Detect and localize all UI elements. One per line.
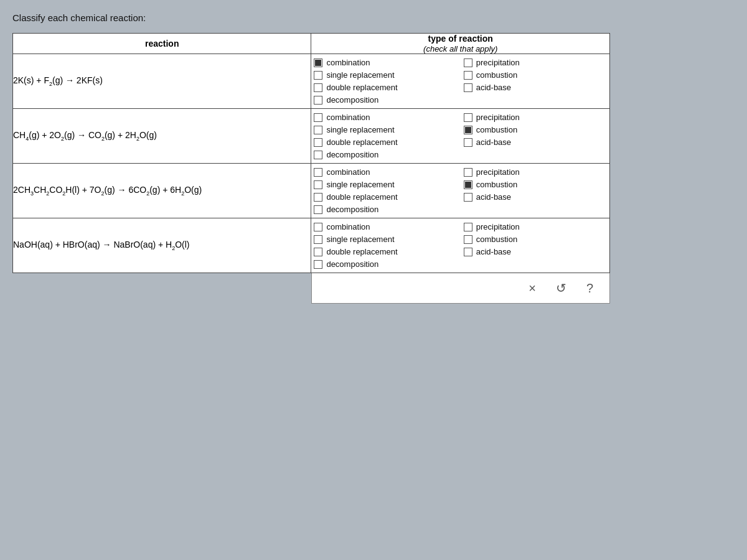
option-r2_acidbase[interactable]: acid-base — [464, 138, 607, 147]
option-r4_acidbase[interactable]: acid-base — [464, 247, 607, 256]
label-r3_precipitation: precipitation — [476, 167, 520, 177]
type-subtitle: (check all that apply) — [423, 44, 497, 54]
label-r4_single: single replacement — [326, 235, 394, 244]
checkbox-r2_decomposition[interactable] — [314, 151, 322, 159]
label-r4_combustion: combustion — [476, 235, 517, 244]
option-r4_decomposition[interactable]: decomposition — [314, 259, 457, 269]
option-r1_decomposition[interactable]: decomposition — [314, 95, 457, 105]
checkbox-r3_combination[interactable] — [314, 168, 322, 177]
reaction-formula-3: 2CH3CH2CO2H(l) + 7O2(g) → 6CO2(g) + 6H2O… — [13, 185, 202, 195]
checkbox-r1_combination[interactable] — [314, 58, 322, 67]
checkbox-r2_single[interactable] — [314, 126, 322, 134]
label-r2_single: single replacement — [326, 125, 394, 134]
options-cell-3: combinationprecipitationsingle replaceme… — [311, 164, 610, 218]
option-r4_combustion[interactable]: combustion — [464, 235, 607, 244]
reaction-cell-3: 2CH3CH2CO2H(l) + 7O2(g) → 6CO2(g) + 6H2O… — [13, 164, 311, 218]
option-r2_single[interactable]: single replacement — [314, 125, 457, 134]
checkbox-r1_combustion[interactable] — [464, 71, 472, 80]
option-r2_double[interactable]: double replacement — [314, 138, 457, 147]
checkbox-r3_double[interactable] — [314, 193, 322, 202]
reaction-formula-1: 2K(s) + F2(g) → 2KF(s) — [13, 75, 103, 85]
checkbox-r2_combustion[interactable] — [464, 126, 472, 134]
checkbox-r1_precipitation[interactable] — [464, 58, 472, 67]
checkbox-r4_single[interactable] — [314, 235, 322, 244]
label-r3_single: single replacement — [326, 180, 394, 189]
checkbox-r3_decomposition[interactable] — [314, 205, 322, 214]
option-r1_precipitation[interactable]: precipitation — [464, 58, 607, 67]
table-row: CH4(g) + 2O2(g) → CO2(g) + 2H2O(g)combin… — [13, 109, 610, 164]
option-r3_decomposition[interactable]: decomposition — [314, 205, 457, 214]
option-empty — [464, 259, 607, 269]
option-r3_double[interactable]: double replacement — [314, 192, 457, 202]
option-r1_combination[interactable]: combination — [314, 58, 457, 67]
option-r2_decomposition[interactable]: decomposition — [314, 150, 457, 159]
checkbox-r2_precipitation[interactable] — [464, 113, 472, 122]
checkbox-r3_acidbase[interactable] — [464, 193, 472, 202]
option-r3_single[interactable]: single replacement — [314, 180, 457, 189]
label-r3_combustion: combustion — [476, 180, 517, 189]
option-r3_acidbase[interactable]: acid-base — [464, 192, 607, 202]
option-r1_single[interactable]: single replacement — [314, 70, 457, 80]
label-r1_decomposition: decomposition — [326, 95, 378, 105]
label-r1_combination: combination — [326, 58, 370, 67]
checkbox-r4_acidbase[interactable] — [464, 248, 472, 256]
help-button[interactable]: ? — [583, 279, 597, 297]
type-column-header: type of reaction (check all that apply) — [311, 34, 610, 54]
checkbox-r4_precipitation[interactable] — [464, 223, 472, 231]
checkbox-r2_double[interactable] — [314, 138, 322, 147]
table-row: NaOH(aq) + HBrO(aq) → NaBrO(aq) + H2O(l)… — [13, 218, 610, 273]
label-r2_double: double replacement — [326, 138, 397, 147]
option-r3_precipitation[interactable]: precipitation — [464, 167, 607, 177]
option-r2_precipitation[interactable]: precipitation — [464, 113, 607, 122]
checkbox-r3_combustion[interactable] — [464, 180, 472, 189]
reactions-table: reaction type of reaction (check all tha… — [12, 33, 610, 273]
checkbox-r1_acidbase[interactable] — [464, 83, 472, 92]
option-r2_combination[interactable]: combination — [314, 113, 457, 122]
label-r3_combination: combination — [326, 167, 370, 177]
option-r4_combination[interactable]: combination — [314, 222, 457, 231]
label-r4_combination: combination — [326, 222, 370, 231]
close-button[interactable]: × — [525, 279, 540, 297]
main-content: reaction type of reaction (check all tha… — [12, 33, 610, 304]
option-r1_double[interactable]: double replacement — [314, 83, 457, 92]
checkbox-r4_combination[interactable] — [314, 223, 322, 231]
checkbox-r4_decomposition[interactable] — [314, 260, 322, 269]
checkbox-r2_acidbase[interactable] — [464, 138, 472, 147]
option-r2_combustion[interactable]: combustion — [464, 125, 607, 134]
option-r4_single[interactable]: single replacement — [314, 235, 457, 244]
checkbox-r3_precipitation[interactable] — [464, 168, 472, 177]
checkbox-r3_single[interactable] — [314, 180, 322, 189]
label-r4_double: double replacement — [326, 247, 397, 256]
checkbox-r1_double[interactable] — [314, 83, 322, 92]
option-empty — [464, 95, 607, 105]
label-r2_precipitation: precipitation — [476, 113, 520, 122]
reaction-formula-2: CH4(g) + 2O2(g) → CO2(g) + 2H2O(g) — [13, 130, 157, 140]
option-empty — [464, 150, 607, 159]
option-empty — [464, 205, 607, 214]
checkbox-r1_decomposition[interactable] — [314, 96, 322, 105]
reset-button[interactable]: ↺ — [552, 279, 570, 297]
table-row: 2CH3CH2CO2H(l) + 7O2(g) → 6CO2(g) + 6H2O… — [13, 164, 610, 218]
checkbox-r4_double[interactable] — [314, 248, 322, 256]
option-r1_combustion[interactable]: combustion — [464, 70, 607, 80]
label-r1_precipitation: precipitation — [476, 58, 520, 67]
checkbox-r1_single[interactable] — [314, 71, 322, 80]
reaction-formula-4: NaOH(aq) + HBrO(aq) → NaBrO(aq) + H2O(l) — [13, 240, 190, 250]
label-r1_double: double replacement — [326, 83, 397, 92]
option-r3_combination[interactable]: combination — [314, 167, 457, 177]
options-cell-1: combinationprecipitationsingle replaceme… — [311, 54, 610, 109]
label-r2_acidbase: acid-base — [476, 138, 511, 147]
label-r3_acidbase: acid-base — [476, 192, 511, 202]
reaction-cell-1: 2K(s) + F2(g) → 2KF(s) — [13, 54, 311, 109]
option-r4_double[interactable]: double replacement — [314, 247, 457, 256]
option-r4_precipitation[interactable]: precipitation — [464, 222, 607, 231]
label-r2_combustion: combustion — [476, 125, 517, 134]
page-title: Classify each chemical reaction: — [12, 12, 735, 23]
option-r1_acidbase[interactable]: acid-base — [464, 83, 607, 92]
checkbox-r4_combustion[interactable] — [464, 235, 472, 244]
option-r3_combustion[interactable]: combustion — [464, 180, 607, 189]
label-r4_decomposition: decomposition — [326, 259, 378, 269]
label-r3_double: double replacement — [326, 192, 397, 202]
checkbox-r2_combination[interactable] — [314, 113, 322, 122]
label-r1_combustion: combustion — [476, 70, 517, 80]
